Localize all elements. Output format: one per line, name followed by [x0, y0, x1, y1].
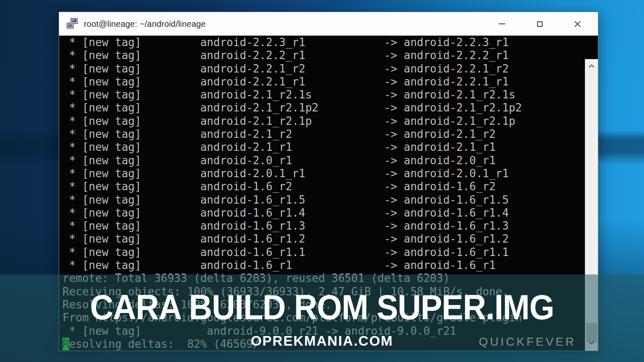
chevron-up-icon: [588, 64, 595, 68]
scroll-up-button[interactable]: [585, 61, 598, 72]
maximize-icon: [537, 21, 543, 27]
quickfever-watermark: QUICKFEVER: [479, 335, 576, 349]
window-controls: [477, 12, 590, 36]
window-titlebar: root@lineage: ~/android/lineage: [59, 12, 598, 36]
window-title: root@lineage: ~/android/lineage: [84, 19, 206, 29]
desktop-wallpaper: root@lineage: ~/android/lineage * [new t…: [0, 0, 644, 362]
putty-icon: [66, 18, 79, 30]
close-icon: [574, 21, 581, 28]
minimize-button[interactable]: [489, 16, 515, 32]
maximize-button[interactable]: [527, 16, 553, 32]
close-button[interactable]: [564, 16, 590, 32]
banner-title: CARA BUILD ROM SUPER.IMG: [0, 287, 644, 327]
promo-overlay-band: CARA BUILD ROM SUPER.IMG OPREKMANIA.COM …: [0, 274, 644, 362]
minimize-icon: [499, 23, 505, 24]
